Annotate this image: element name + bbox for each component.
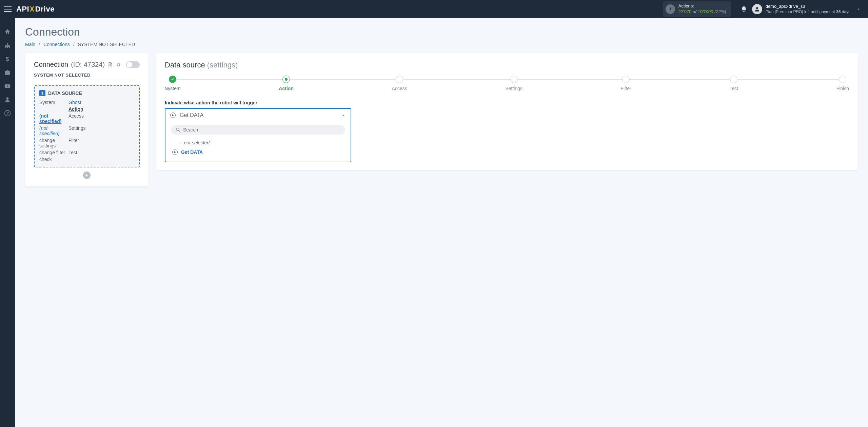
play-icon: [170, 113, 176, 118]
row-action-value[interactable]: (not specified): [39, 113, 68, 124]
chevron-down-icon: [856, 6, 861, 12]
sitemap-icon[interactable]: [4, 42, 11, 49]
actions-counter[interactable]: i Actions: 22'070 of 100'000 (22%): [663, 1, 731, 17]
play-icon: [172, 149, 178, 155]
action-select-head[interactable]: Get DATA: [165, 109, 351, 122]
logo[interactable]: APIXDrive: [16, 5, 55, 14]
breadcrumb-main[interactable]: Main: [25, 42, 35, 47]
user-name: demo_apix-drive_s3: [766, 4, 850, 9]
avatar-icon: [752, 4, 762, 14]
add-step-button[interactable]: +: [83, 171, 91, 179]
breadcrumb-current: SYSTEM NOT SELECTED: [78, 42, 135, 47]
panel-heading-soft: (settings): [207, 61, 238, 69]
svg-text:?: ?: [7, 111, 9, 115]
search-icon: [176, 127, 180, 132]
action-search-input[interactable]: [183, 127, 340, 133]
action-select[interactable]: Get DATA - not selected - Get DATA: [165, 108, 351, 162]
bell-icon[interactable]: [741, 6, 747, 13]
row-system-value[interactable]: Ghost: [68, 100, 134, 105]
row-settings-key: Settings: [68, 125, 134, 136]
data-source-title: DATA SOURCE: [48, 90, 82, 96]
option-get-data[interactable]: Get DATA: [171, 147, 345, 157]
data-source-box[interactable]: 1 DATA SOURCE System Ghost Action (not s…: [34, 85, 140, 167]
step-action[interactable]: Action: [279, 76, 294, 91]
file-icon[interactable]: [107, 62, 113, 67]
row-system-key: System: [39, 100, 68, 105]
user-menu[interactable]: demo_apix-drive_s3 Plan |Premium PRO| le…: [752, 4, 861, 15]
help-icon[interactable]: ?: [4, 110, 11, 117]
chevron-up-icon: [341, 113, 346, 118]
actions-total: 100'000: [697, 9, 713, 14]
row-filter-key: Filter: [68, 138, 134, 148]
logo-x: X: [30, 5, 35, 14]
connection-id: (ID: 47324): [71, 61, 105, 68]
connection-toggle[interactable]: [126, 61, 140, 68]
gear-icon[interactable]: [116, 62, 121, 67]
step-access[interactable]: Access: [392, 76, 407, 91]
data-source-badge: 1: [39, 90, 45, 96]
home-icon[interactable]: [4, 28, 11, 35]
actions-of: of: [693, 9, 696, 14]
step-system[interactable]: System: [165, 76, 181, 91]
user-plan: Plan |Premium PRO| left until payment 36…: [766, 9, 850, 15]
action-search[interactable]: [171, 125, 345, 135]
row-test-key: Test: [68, 150, 134, 155]
breadcrumb-connections[interactable]: Connections: [43, 42, 70, 47]
wizard-stepper: System Action Access Settings Filter Tes…: [165, 76, 849, 91]
svg-text:$: $: [6, 56, 9, 62]
svg-point-7: [6, 97, 9, 100]
option-not-selected[interactable]: - not selected -: [171, 138, 345, 147]
step-finish[interactable]: Finish: [836, 76, 849, 91]
briefcase-icon[interactable]: [4, 69, 11, 76]
actions-used: 22'070: [678, 9, 692, 14]
row-access-value[interactable]: (not specified): [39, 125, 68, 136]
row-access-key: Access: [68, 113, 134, 124]
svg-point-0: [756, 7, 758, 9]
action-dropdown: - not selected - Get DATA: [165, 122, 351, 162]
svg-rect-3: [7, 47, 8, 48]
user-icon[interactable]: [4, 96, 11, 103]
left-sidebar: $ ?: [0, 18, 15, 427]
row-test-value[interactable]: check: [39, 157, 68, 162]
actions-text: Actions: 22'070 of 100'000 (22%): [678, 3, 726, 15]
main-content: Connection Main / Connections / SYSTEM N…: [15, 18, 868, 427]
page-title: Connection: [25, 26, 858, 38]
youtube-icon[interactable]: [4, 83, 11, 89]
breadcrumb: Main / Connections / SYSTEM NOT SELECTED: [25, 42, 858, 47]
action-prompt: Indicate what action the robot will trig…: [165, 100, 849, 105]
svg-rect-1: [7, 43, 8, 44]
panel-heading-strong: Data source: [165, 61, 205, 69]
actions-label: Actions:: [678, 3, 726, 9]
connection-label: Connection: [34, 61, 68, 68]
system-not-selected-label: SYSTEM NOT SELECTED: [34, 73, 140, 81]
step-settings[interactable]: Settings: [505, 76, 522, 91]
connection-panel: Connection (ID: 47324) SYSTEM NOT SELECT…: [25, 53, 149, 186]
row-action-key: Action: [68, 106, 134, 112]
svg-rect-4: [9, 47, 10, 48]
action-select-value: Get DATA: [180, 112, 337, 118]
svg-rect-2: [5, 47, 6, 48]
top-header: APIXDrive i Actions: 22'070 of 100'000 (…: [0, 0, 868, 18]
step-test[interactable]: Test: [729, 76, 738, 91]
logo-text-pre: API: [16, 5, 29, 14]
row-filter-value[interactable]: change filter: [39, 150, 68, 155]
dollar-icon[interactable]: $: [4, 56, 11, 62]
actions-percent: (22%): [714, 9, 726, 14]
logo-text-post: Drive: [35, 5, 55, 14]
row-settings-value[interactable]: change settings: [39, 138, 68, 148]
step-filter[interactable]: Filter: [621, 76, 631, 91]
data-source-settings-panel: Data source (settings) System Action Acc…: [156, 53, 858, 170]
hamburger-icon[interactable]: [4, 6, 12, 12]
info-icon: i: [666, 4, 675, 14]
